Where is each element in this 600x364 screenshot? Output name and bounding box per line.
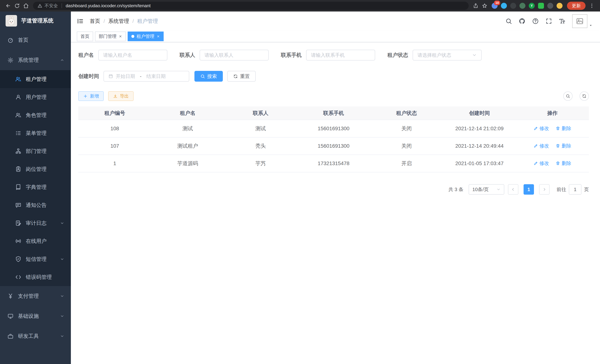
plus-icon bbox=[83, 94, 88, 99]
pagination: 共 3 条 10条/页 1 前往 1 页 bbox=[78, 184, 589, 195]
delete-link[interactable]: 删除 bbox=[556, 143, 571, 149]
toggle-search-button[interactable] bbox=[563, 92, 572, 101]
broadcast-icon bbox=[15, 238, 21, 244]
sidebar-item-online[interactable]: 在线用户 bbox=[0, 232, 71, 250]
sidebar-item-tenant[interactable]: 租户管理 bbox=[0, 70, 71, 88]
trash-icon bbox=[556, 126, 560, 131]
sidebar-item-sms[interactable]: 短信管理 bbox=[0, 250, 71, 268]
edit-link[interactable]: 修改 bbox=[534, 160, 549, 167]
yen-icon bbox=[7, 293, 14, 299]
filter-row-2: 创建时间 开始日期 - 结束日期 搜索 重置 bbox=[78, 71, 589, 82]
contact-input[interactable]: 请输入联系人 bbox=[200, 50, 269, 60]
sidebar-item-infra[interactable]: 基础设施 bbox=[0, 306, 71, 326]
chevron-right-icon bbox=[542, 187, 547, 192]
monitor-icon bbox=[7, 313, 14, 319]
refresh-table-button[interactable] bbox=[580, 92, 589, 101]
sidebar-item-dept[interactable]: 部门管理 bbox=[0, 142, 71, 160]
header-search-icon[interactable] bbox=[505, 18, 512, 25]
user-avatar-menu[interactable] bbox=[572, 14, 593, 28]
sidebar-item-auditlog[interactable]: 审计日志 bbox=[0, 214, 71, 232]
sidebar-item-devtool[interactable]: 研发工具 bbox=[0, 326, 71, 346]
sidebar-item-user[interactable]: 用户管理 bbox=[0, 88, 71, 106]
gauge-icon bbox=[7, 37, 14, 43]
tab-tenant[interactable]: 租户管理 bbox=[128, 32, 164, 41]
reset-button[interactable]: 重置 bbox=[227, 71, 256, 82]
tenant-name-input[interactable]: 请输入租户名 bbox=[98, 50, 167, 60]
pagination-page-1[interactable]: 1 bbox=[524, 184, 534, 195]
goto-page-input[interactable]: 1 bbox=[569, 184, 581, 195]
chevron-down-icon bbox=[497, 187, 501, 191]
sidebar-item-errorcode[interactable]: 错误码管理 bbox=[0, 268, 71, 286]
page-content: 租户名 请输入租户名 联系人 请输入联系人 联系手机 请输入联系手机 bbox=[71, 42, 600, 364]
pagination-next-button[interactable] bbox=[539, 184, 550, 195]
font-size-icon[interactable] bbox=[559, 18, 565, 25]
status-select[interactable]: 请选择租户状态 bbox=[412, 50, 482, 60]
book-icon bbox=[15, 184, 21, 190]
address-bar[interactable]: 不安全 dashboard.yudao.iocoder.cn/system/te… bbox=[33, 2, 469, 10]
breadcrumb-home[interactable]: 首页 bbox=[90, 18, 100, 25]
code-icon bbox=[15, 274, 21, 280]
sidebar-item-role[interactable]: 角色管理 bbox=[0, 106, 71, 124]
delete-link[interactable]: 删除 bbox=[556, 160, 571, 167]
tab-bar: 首页 部门管理 租户管理 bbox=[71, 31, 600, 42]
close-icon[interactable] bbox=[157, 35, 160, 38]
column-header: 租户状态 bbox=[370, 106, 443, 120]
browser-home-icon[interactable] bbox=[21, 1, 30, 10]
add-button[interactable]: 新增 bbox=[78, 91, 104, 101]
active-tab-dot bbox=[131, 35, 134, 38]
briefcase-icon bbox=[7, 333, 14, 339]
tab-home[interactable]: 首页 bbox=[77, 32, 93, 41]
search-button[interactable]: 搜索 bbox=[194, 71, 223, 82]
table-row: 108 测试 测试 15601691300 关闭 2021-12-14 21:0… bbox=[78, 120, 589, 137]
fullscreen-icon[interactable] bbox=[545, 18, 552, 25]
tab-dept[interactable]: 部门管理 bbox=[95, 32, 126, 41]
github-icon[interactable] bbox=[519, 18, 525, 25]
sidebar-item-system[interactable]: 系统管理 bbox=[0, 50, 71, 70]
tenants-icon bbox=[15, 76, 21, 82]
extension-icon-6[interactable] bbox=[538, 3, 544, 9]
close-icon[interactable] bbox=[119, 35, 122, 38]
extension-icon-8[interactable] bbox=[557, 3, 562, 9]
url-text: dashboard.yudao.iocoder.cn/system/tenant bbox=[66, 3, 151, 8]
breadcrumb-current: 租户管理 bbox=[137, 18, 158, 25]
sidebar-item-notice[interactable]: 通知公告 bbox=[0, 196, 71, 214]
app-logo[interactable]: 芋道管理系统 bbox=[0, 11, 71, 30]
column-header: 联系手机 bbox=[297, 106, 370, 120]
browser-reload-icon[interactable] bbox=[13, 1, 21, 10]
page-size-select[interactable]: 10条/页 bbox=[469, 184, 504, 195]
sidebar-item-post[interactable]: 岗位管理 bbox=[0, 160, 71, 178]
bookmark-star-icon[interactable] bbox=[480, 1, 489, 10]
browser-update-button[interactable]: 更新 bbox=[567, 2, 586, 10]
edit-link[interactable]: 修改 bbox=[534, 125, 549, 132]
chevron-down-icon bbox=[60, 221, 64, 225]
edit-link[interactable]: 修改 bbox=[534, 143, 549, 149]
pagination-prev-button[interactable] bbox=[508, 184, 518, 195]
extension-icon-3[interactable] bbox=[510, 3, 516, 9]
edit-icon bbox=[534, 126, 538, 131]
extension-icon-2[interactable] bbox=[501, 3, 507, 9]
message-icon bbox=[15, 202, 21, 208]
omnibox-divider bbox=[62, 3, 62, 8]
sidebar-collapse-icon[interactable] bbox=[77, 18, 84, 25]
delete-link[interactable]: 删除 bbox=[556, 125, 571, 132]
refresh-icon bbox=[582, 94, 586, 98]
phone-input[interactable]: 请输入联系手机 bbox=[306, 50, 375, 60]
browser-back-icon[interactable] bbox=[4, 1, 13, 10]
help-icon[interactable] bbox=[532, 18, 539, 25]
sidebar-item-pay[interactable]: 支付管理 bbox=[0, 286, 71, 306]
chevron-down-icon bbox=[472, 53, 477, 57]
share-icon[interactable] bbox=[471, 1, 480, 10]
navbar-actions bbox=[505, 14, 593, 28]
sidebar-item-dict[interactable]: 字典管理 bbox=[0, 178, 71, 196]
date-range-picker[interactable]: 开始日期 - 结束日期 bbox=[103, 71, 189, 82]
extension-icon-7[interactable] bbox=[547, 3, 553, 9]
export-button[interactable]: 导出 bbox=[108, 91, 134, 101]
sidebar-item-menu[interactable]: 菜单管理 bbox=[0, 124, 71, 142]
trash-icon bbox=[556, 144, 560, 148]
extension-icon-1[interactable]: 10 bbox=[492, 3, 497, 9]
breadcrumb-system[interactable]: 系统管理 bbox=[108, 18, 129, 25]
extension-icon-5[interactable]: Y bbox=[529, 3, 535, 9]
sidebar-item-home[interactable]: 首页 bbox=[0, 30, 71, 50]
extension-icon-4[interactable] bbox=[519, 3, 525, 9]
browser-menu-icon[interactable] bbox=[587, 1, 596, 10]
